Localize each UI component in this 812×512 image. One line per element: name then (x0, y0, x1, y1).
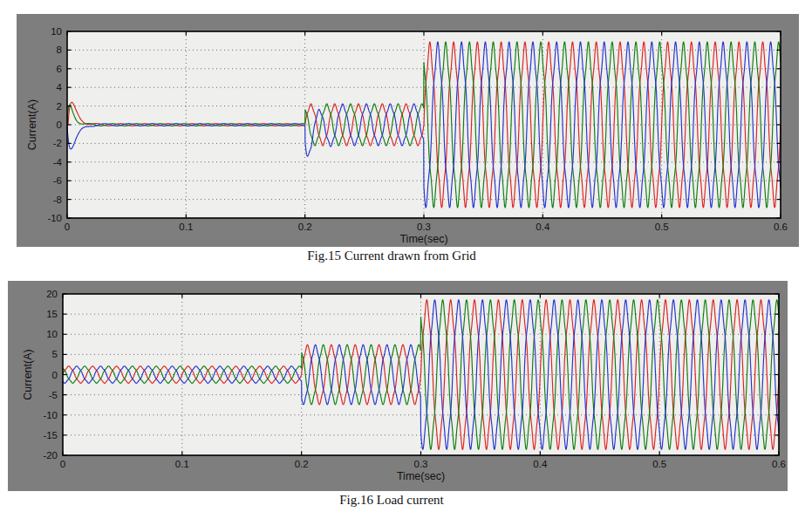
x-tick-label: 0 (65, 222, 70, 232)
y-tick-label: -20 (43, 450, 58, 461)
figure-panel-grid-current: 00.10.20.30.40.50.6-10-8-6-4-20246810Tim… (17, 14, 799, 247)
y-tick-label: 0 (52, 370, 58, 380)
x-axis-label: Time(sec) (397, 470, 445, 482)
page: 00.10.20.30.40.50.6-10-8-6-4-20246810Tim… (0, 0, 812, 512)
x-tick-label: 0.4 (536, 222, 550, 232)
x-tick-label: 0.2 (298, 222, 312, 232)
y-tick-label: -2 (53, 138, 62, 148)
y-tick-label: -8 (53, 195, 62, 205)
y-tick-label: 20 (46, 289, 58, 299)
y-tick-label: 6 (57, 64, 62, 74)
load-current-chart: 00.10.20.30.40.50.6-20-15-10-505101520Ti… (8, 281, 788, 491)
x-tick-label: 0.1 (179, 222, 193, 232)
grid-current-chart: 00.10.20.30.40.50.6-10-8-6-4-20246810Tim… (17, 14, 799, 247)
x-tick-label: 0.5 (655, 222, 669, 232)
x-tick-label: 0.6 (774, 222, 788, 232)
y-tick-label: -5 (49, 390, 58, 400)
x-tick-label: 0.1 (175, 459, 189, 469)
x-axis-label: Time(sec) (399, 233, 447, 245)
y-tick-label: 5 (52, 349, 58, 359)
x-tick-label: 0.5 (652, 459, 666, 469)
y-tick-label: -15 (43, 430, 58, 440)
y-tick-label: 10 (46, 329, 58, 339)
x-tick-label: 0.3 (414, 459, 428, 469)
y-tick-label: -4 (53, 157, 63, 167)
x-tick-label: 0.3 (417, 222, 431, 232)
figure-panel-load-current: 00.10.20.30.40.50.6-20-15-10-505101520Ti… (8, 281, 788, 491)
y-tick-label: -6 (53, 175, 62, 186)
y-tick-label: -10 (43, 410, 58, 420)
y-tick-label: -10 (47, 213, 62, 223)
y-tick-label: 2 (57, 101, 62, 112)
figure-caption-16: Fig.16 Load current (8, 493, 775, 508)
y-tick-label: 4 (57, 82, 63, 92)
x-tick-label: 0.2 (295, 459, 309, 469)
y-tick-label: 10 (51, 26, 62, 37)
figure-caption-15: Fig.15 Current drawn from Grid (17, 249, 767, 263)
y-axis-label: Current(A) (22, 349, 34, 399)
x-tick-label: 0 (60, 459, 65, 469)
y-axis-label: Current(A) (26, 99, 38, 150)
y-tick-label: 8 (57, 44, 62, 55)
x-tick-label: 0.6 (772, 459, 786, 469)
x-tick-label: 0.4 (533, 459, 548, 469)
y-tick-label: 0 (57, 119, 62, 130)
y-tick-label: 15 (46, 309, 58, 319)
